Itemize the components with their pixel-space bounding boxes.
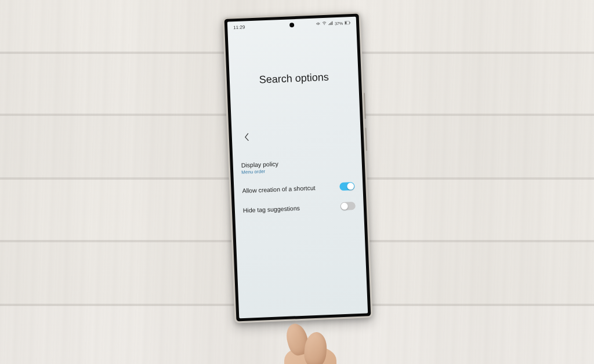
hide-tag-suggestions-toggle[interactable]: [340, 202, 356, 210]
status-time: 11:29: [233, 24, 245, 30]
hide-tag-suggestions-label: Hide tag suggestions: [243, 205, 300, 214]
setting-text-group: Display policy Menu order: [241, 160, 279, 175]
signal-icon: [328, 21, 333, 26]
display-policy-label: Display policy: [241, 160, 279, 169]
allow-shortcut-label: Allow creation of a shortcut: [242, 184, 315, 194]
svg-rect-2: [329, 23, 330, 25]
display-policy-value: Menu order: [241, 168, 279, 175]
battery-percent: 37%: [335, 21, 343, 26]
allow-shortcut-toggle[interactable]: [339, 182, 355, 191]
setting-text-group: Allow creation of a shortcut: [242, 184, 315, 194]
back-button[interactable]: [240, 130, 254, 144]
settings-list: Display policy Menu order Allow creation…: [241, 151, 356, 220]
svg-rect-6: [345, 21, 347, 24]
battery-icon: [345, 21, 350, 25]
svg-rect-1: [328, 24, 329, 26]
chevron-left-icon: [245, 133, 250, 141]
svg-rect-7: [350, 21, 350, 23]
wifi-icon: [322, 21, 327, 26]
svg-rect-4: [332, 21, 332, 25]
svg-point-0: [324, 24, 325, 25]
svg-rect-3: [331, 22, 331, 25]
toggle-thumb: [341, 203, 348, 210]
mute-icon: [316, 21, 320, 26]
toggle-thumb: [347, 183, 354, 190]
status-indicators: 37%: [316, 20, 350, 26]
setting-text-group: Hide tag suggestions: [243, 205, 300, 214]
page-title: Search options: [230, 70, 359, 88]
hide-tag-suggestions-setting: Hide tag suggestions: [242, 196, 356, 220]
human-hand: [276, 318, 357, 364]
phone-screen: 11:29 37% Search options: [227, 17, 368, 318]
phone-device: 11:29 37% Search options: [223, 12, 373, 323]
